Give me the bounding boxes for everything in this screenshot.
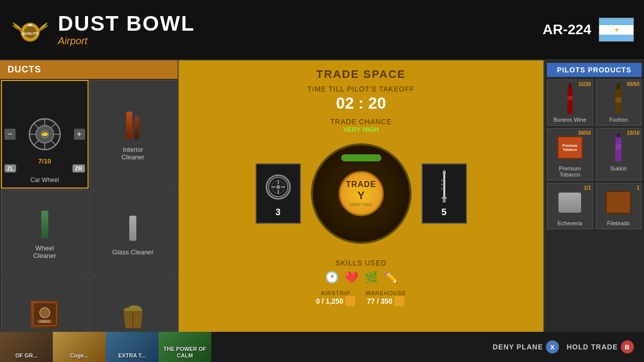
interior-cleaner-image	[115, 108, 150, 143]
logo-icon: QUALITY	[10, 10, 50, 50]
airstrip-icon	[345, 296, 355, 306]
wheel-cleaner-label: WheelCleaner	[33, 244, 56, 259]
glass-cleaner-label: Glass Cleaner	[112, 248, 153, 256]
time-label: TIME TILL PILOT'S TAKEOFF	[307, 85, 415, 93]
svg-point-17	[40, 308, 50, 318]
svg-rect-41	[615, 98, 621, 103]
fuchon-name: Fuchon	[609, 117, 628, 123]
card-1[interactable]: OF GR...	[0, 332, 53, 362]
svg-point-15	[42, 132, 48, 137]
trade-btn-key: Y	[357, 189, 365, 202]
buneos-wine-image	[556, 82, 584, 115]
right-panel: PILOTS PRODUCTS 15/20 Buneos Wine 50/50	[543, 60, 644, 362]
trade-slot-left-icon	[263, 169, 293, 205]
cards-area: OF GR... Coge... EXTRA T... THE POWER OF…	[0, 332, 482, 362]
zl-badge: ZL	[5, 164, 16, 172]
fileteado-count: 1	[636, 185, 639, 191]
pilots-grid: 15/20 Buneos Wine 50/50	[547, 79, 641, 229]
pilot-item-fuchon[interactable]: 50/50 Fuchon	[596, 79, 642, 126]
warehouse-icon	[394, 296, 405, 306]
trade-button[interactable]: TRADE Y MEETING	[339, 171, 384, 216]
card-2-bg: Coge...	[53, 332, 106, 362]
card-3-bg: EXTRA T...	[106, 332, 158, 362]
interior-cleaner-label: InteriorCleaner	[121, 146, 144, 161]
svg-rect-31	[442, 197, 447, 199]
inventory-item-car-wheel[interactable]: −	[1, 80, 89, 189]
svg-rect-28	[443, 172, 445, 197]
pilot-item-echeveria[interactable]: 1/1 Echeveria	[547, 183, 593, 229]
leaf-skill-icon: 🌿	[364, 271, 378, 284]
trade-area: 3 TRADE Y MEETING	[256, 143, 467, 244]
svg-rect-33	[441, 179, 442, 182]
inventory-item-interior-cleaner[interactable]: InteriorCleaner	[90, 80, 177, 189]
pilot-item-sukkiri[interactable]: 10/10 Sukkiri	[596, 128, 642, 180]
fileteado-box-icon	[606, 191, 631, 214]
deny-plane-button[interactable]: DENY PLANE X	[493, 340, 559, 353]
svg-rect-39	[616, 83, 620, 89]
airstrip-resource: AIRSTRIP 0 / 1,250	[316, 290, 356, 306]
products-header: DUCTS	[0, 60, 178, 79]
svg-text:QUALITY: QUALITY	[21, 31, 39, 36]
glass-cleaner-image	[115, 211, 150, 246]
increase-button[interactable]: +	[74, 129, 85, 140]
card-3[interactable]: EXTRA T...	[106, 332, 158, 362]
logo-area: QUALITY DUST BOWL Airport	[10, 10, 195, 50]
tobacco-box-icon: PremiumTobacco	[557, 136, 583, 159]
warehouse-label: WAREHOUSE	[365, 290, 406, 296]
trade-btn-sub: MEETING	[350, 202, 372, 207]
clock-skill-icon: 🕐	[325, 271, 339, 284]
card-2[interactable]: Coge...	[53, 332, 106, 362]
wheel-outer: TRADE Y MEETING	[311, 143, 412, 244]
pilot-item-premium-tobacco[interactable]: 50/50 PremiumTobacco Premium Tobacco	[547, 128, 593, 180]
trade-slot-left[interactable]: 3	[256, 163, 301, 224]
svg-rect-38	[568, 96, 573, 100]
inventory-item-wheel-cleaner[interactable]: WheelCleaner	[1, 190, 89, 277]
main-content: DUCTS −	[0, 60, 644, 362]
wheel-cleaner-image	[27, 207, 62, 242]
fuchon-image	[605, 82, 632, 115]
echeveria-name: Echeveria	[557, 220, 582, 226]
warehouse-resource: WAREHOUSE 77 / 350	[365, 290, 406, 306]
decrease-button[interactable]: −	[5, 129, 16, 140]
pilot-item-fileteado[interactable]: 1 Fileteado	[596, 183, 642, 229]
svg-rect-32	[443, 199, 446, 203]
left-panel: DUCTS −	[0, 60, 179, 362]
sukkiri-name: Sukkiri	[610, 165, 627, 171]
trade-chance-value: VERY HIGH	[343, 126, 379, 133]
kreis-image: KREIS	[27, 297, 62, 332]
svg-text:KREIS: KREIS	[39, 320, 50, 323]
center-panel: TRADE SPACE TIME TILL PILOT'S TAKEOFF 02…	[179, 60, 543, 362]
echeveria-count: 1/1	[584, 185, 591, 191]
car-wheel-count: 7/10	[38, 157, 51, 165]
card-4-text: THE POWER OF CALM	[160, 344, 210, 360]
trade-wheel: TRADE Y MEETING	[311, 143, 412, 244]
card-4-bg: THE POWER OF CALM	[158, 332, 211, 362]
edit-skill-icon: ✏️	[384, 271, 397, 284]
wheel-green-bar	[341, 154, 381, 161]
resources-row: AIRSTRIP 0 / 1,250 WAREHOUSE 77 / 350	[316, 290, 406, 306]
popcorn-image	[115, 297, 150, 332]
silver-pot-icon	[558, 193, 581, 213]
zr-badge: ZR	[72, 164, 85, 172]
trade-chance-label: TRADE CHANCE	[330, 118, 391, 126]
car-wheel-label: Car Wheel	[30, 176, 59, 184]
bottom-bar: OF GR... Coge... EXTRA T... THE POWER OF…	[0, 332, 644, 362]
car-wheel-icon	[27, 114, 62, 154]
airstrip-label: AIRSTRIP	[321, 290, 351, 296]
pilot-item-buneos-wine[interactable]: 15/20 Buneos Wine	[547, 79, 593, 126]
airport-name: DUST BOWL	[58, 13, 195, 34]
svg-rect-34	[441, 184, 442, 186]
time-value: 02 : 20	[336, 94, 386, 113]
argentina-flag: ✦	[599, 18, 634, 42]
card-4[interactable]: THE POWER OF CALM	[158, 332, 211, 362]
svg-rect-37	[568, 88, 573, 114]
inventory-item-glass-cleaner[interactable]: Glass Cleaner	[90, 190, 177, 277]
hold-trade-button[interactable]: HOLD TRADE B	[567, 340, 634, 353]
card-2-text: Coge...	[68, 351, 90, 360]
svg-rect-36	[569, 83, 572, 88]
fileteado-name: Fileteado	[607, 220, 630, 226]
airport-code: AR-224	[543, 22, 591, 38]
inventory-grid: −	[0, 79, 178, 362]
echeveria-image	[556, 186, 584, 219]
trade-slot-right[interactable]: 5	[422, 163, 467, 224]
